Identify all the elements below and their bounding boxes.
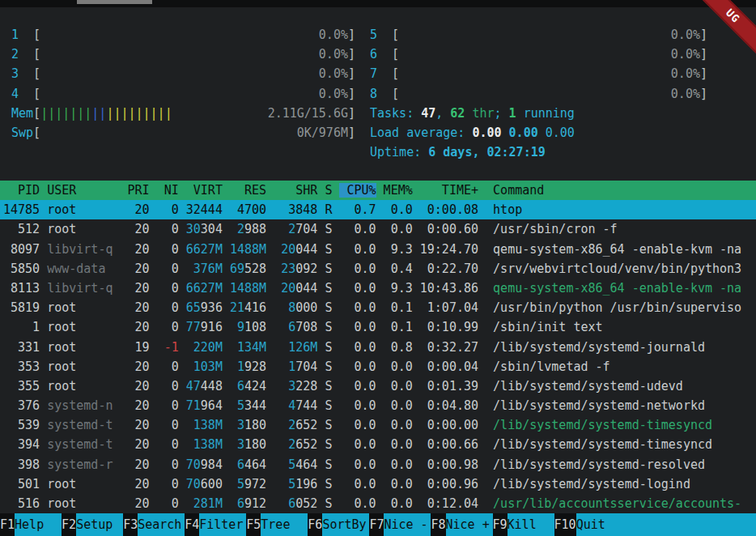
meter-close-bracket: ]: [700, 84, 707, 104]
meter-fill: [399, 84, 671, 104]
uptime: Uptime: 6 days, 02:27:19: [370, 143, 707, 162]
mem-cache-pipes: |||||||||: [106, 106, 172, 121]
meter-fill: [40, 123, 297, 143]
meter-open-bracket: [: [392, 25, 399, 45]
meter-label: 3: [11, 64, 33, 83]
meter-close-bracket: ]: [348, 123, 355, 143]
cpu-meter-7: 7 [0.0%]: [370, 64, 707, 83]
fkey-button-setup[interactable]: Setup: [76, 513, 123, 536]
meter-close-bracket: ]: [348, 64, 355, 83]
process-row-512[interactable]: 512 root 20 0 30304 2988 2704 S 0.0 0.0 …: [0, 219, 756, 239]
process-row-539[interactable]: 539 systemd-t 20 0 138M 3180 2652 S 0.0 …: [0, 415, 756, 435]
meter-fill: [399, 45, 671, 64]
fkey-button-help[interactable]: Help: [15, 513, 62, 536]
meter-label: 6: [370, 45, 392, 64]
tasks-summary: Tasks: 47, 62 thr; 1 running: [370, 104, 707, 123]
meter-value: 0.0%: [671, 64, 700, 83]
meter-open-bracket: [: [33, 45, 40, 64]
window-top-strip: [0, 0, 756, 7]
meter-label: 4: [11, 84, 33, 104]
meter-value: 0.0%: [319, 64, 348, 83]
fkey-button-quit[interactable]: Quit: [576, 513, 756, 536]
col-shr[interactable]: SHR: [266, 183, 317, 198]
process-row-1[interactable]: 1 root 20 0 77916 9108 6708 S 0.0 0.1 0:…: [0, 317, 756, 337]
meter-value: 0.0%: [319, 25, 348, 45]
cpu-meter-4: 4 [0.0%]: [11, 84, 355, 104]
fkey-label-F4: F4: [185, 513, 199, 536]
meter-open-bracket: [: [33, 123, 40, 143]
meter-label: 2: [11, 45, 33, 64]
fkey-label-F6: F6: [308, 513, 322, 536]
col-command[interactable]: Command: [493, 183, 544, 198]
meter-open-bracket: [: [33, 84, 40, 104]
meter-label: 7: [370, 64, 392, 83]
fkey-label-F10: F10: [554, 513, 576, 536]
process-row-14785[interactable]: 14785 root 20 0 32444 4700 3848 R 0.7 0.…: [0, 200, 756, 219]
tab-strip-thumb: [77, 0, 152, 4]
process-row-501[interactable]: 501 root 20 0 70600 5972 5196 S 0.0 0.0 …: [0, 474, 756, 494]
col-ni[interactable]: NI: [150, 183, 179, 198]
fkey-button-sortby[interactable]: SortBy: [322, 513, 369, 536]
col-virt[interactable]: VIRT: [179, 183, 223, 198]
fkey-button-tree[interactable]: Tree: [261, 513, 308, 536]
cpu-meter-1: 1 [0.0%]: [11, 25, 355, 45]
load-average: Load average: 0.00 0.00 0.00: [370, 123, 707, 143]
meter-fill: [40, 25, 319, 45]
col-pid[interactable]: PID: [3, 183, 40, 198]
fkey-button-nice-[interactable]: Nice +: [446, 513, 493, 536]
process-row-8097[interactable]: 8097 libvirt-q 20 0 6627M 1488M 20044 S …: [0, 240, 756, 259]
process-row-5850[interactable]: 5850 www-data 20 0 376M 69528 23092 S 0.…: [0, 259, 756, 279]
process-row-355[interactable]: 355 root 20 0 47448 6424 3228 S 0.0 0.0 …: [0, 376, 756, 396]
process-row-331[interactable]: 331 root 19 -1 220M 134M 126M S 0.0 0.8 …: [0, 338, 756, 357]
meter-open-bracket: [: [392, 64, 399, 83]
fkey-label-F7: F7: [369, 513, 384, 536]
meter-value: 0.0%: [319, 45, 348, 64]
col-time[interactable]: TIME+: [413, 183, 478, 198]
col-s[interactable]: S: [325, 183, 332, 198]
process-row-5819[interactable]: 5819 root 20 0 65936 21416 8000 S 0.0 0.…: [0, 298, 756, 317]
meter-fill: [399, 25, 671, 45]
meter-open-bracket: [: [33, 64, 40, 83]
fkey-label-F8: F8: [431, 513, 445, 536]
meter-fill: [40, 84, 319, 104]
fkey-button-filter[interactable]: Filter: [199, 513, 246, 536]
fkey-button-kill[interactable]: Kill: [508, 513, 554, 536]
mem-meter: Mem[||||||||||||||||||2.11G/15.6G]: [11, 104, 355, 123]
process-row-394[interactable]: 394 systemd-t 20 0 138M 3180 2652 S 0.0 …: [0, 435, 756, 454]
meter-close-bracket: ]: [700, 45, 707, 64]
fkey-button-search[interactable]: Search: [138, 513, 185, 536]
process-row-8113[interactable]: 8113 libvirt-q 20 0 6627M 1488M 20044 S …: [0, 279, 756, 298]
col-res[interactable]: RES: [223, 183, 266, 198]
col-pri[interactable]: PRI: [113, 183, 149, 198]
col-cpu-sort[interactable]: CPU%: [339, 183, 376, 198]
meter-close-bracket: ]: [348, 25, 355, 45]
meter-fill: ||||||||||||||||||: [40, 104, 268, 123]
meter-value: 0.0%: [671, 25, 700, 45]
function-key-bar: F1HelpF2SetupF3SearchF4FilterF5TreeF6Sor…: [0, 513, 756, 536]
col-user[interactable]: USER: [47, 183, 113, 198]
fkey-label-F5: F5: [246, 513, 261, 536]
process-table: PID USER PRI NI VIRT RES SHR S CPU% MEM%…: [0, 181, 756, 513]
process-row-376[interactable]: 376 systemd-n 20 0 71964 5344 4744 S 0.0…: [0, 396, 756, 415]
meter-fill: [40, 45, 319, 64]
cpu-meter-3: 3 [0.0%]: [11, 64, 355, 83]
meter-label: Swp: [11, 123, 33, 143]
meter-open-bracket: [: [392, 84, 399, 104]
meter-fill: [399, 64, 671, 83]
meter-fill: [40, 64, 319, 83]
meter-close-bracket: ]: [348, 84, 355, 104]
meter-value: 2.11G/15.6G: [268, 104, 348, 123]
col-mem[interactable]: MEM%: [376, 183, 413, 198]
process-row-516[interactable]: 516 root 20 0 281M 6912 6052 S 0.0 0.0 0…: [0, 494, 756, 513]
cpu-meter-6: 6 [0.0%]: [370, 45, 707, 64]
fkey-label-F9: F9: [493, 513, 508, 536]
mem-used-pipes: |||||||: [40, 106, 91, 121]
meter-value: 0.0%: [319, 84, 348, 104]
process-row-398[interactable]: 398 systemd-r 20 0 70984 6464 5464 S 0.0…: [0, 455, 756, 474]
fkey-button-nice-[interactable]: Nice -: [384, 513, 431, 536]
cpu-meter-2: 2 [0.0%]: [11, 45, 355, 64]
table-header-row: PID USER PRI NI VIRT RES SHR S CPU% MEM%…: [0, 181, 756, 200]
process-row-353[interactable]: 353 root 20 0 103M 1928 1704 S 0.0 0.0 0…: [0, 357, 756, 376]
cpu-meter-5: 5 [0.0%]: [370, 25, 707, 45]
fkey-label-F2: F2: [62, 513, 76, 536]
